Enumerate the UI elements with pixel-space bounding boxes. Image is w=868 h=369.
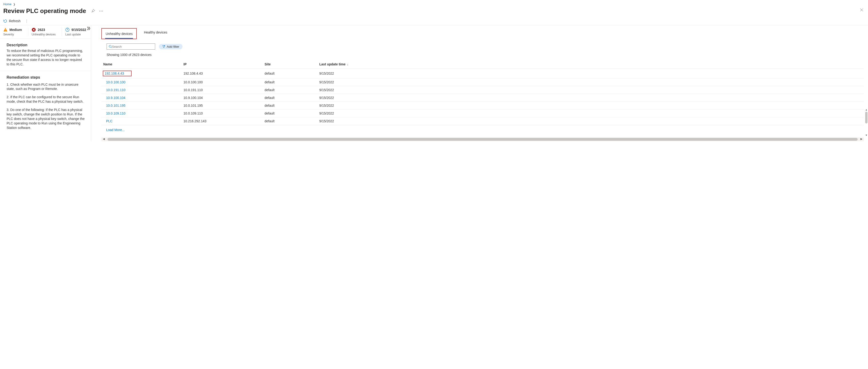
device-site: default: [263, 78, 317, 86]
device-site: default: [263, 69, 317, 78]
stats-row: ❯❯ Medium Severity 2623 Unhealthy dev: [0, 25, 91, 39]
device-name-link[interactable]: 10.0.101.195: [106, 104, 125, 107]
breadcrumb-home[interactable]: Home: [3, 2, 11, 6]
table-row[interactable]: 10.9.100.10410.9.100.104default9/15/2022: [101, 94, 864, 102]
title-row: Review PLC operating mode: [0, 7, 868, 18]
table-row[interactable]: 10.0.109.11010.0.109.110default9/15/2022: [101, 110, 864, 117]
svg-point-2: [102, 10, 103, 11]
toolbar: Refresh |: [0, 18, 868, 25]
close-icon[interactable]: [860, 8, 863, 11]
filter-icon: [162, 45, 165, 48]
device-lastupdate: 9/15/2022: [317, 117, 864, 125]
svg-point-1: [101, 10, 102, 11]
unhealthy-count: 2623: [38, 28, 45, 32]
remediation-step: 3. Do one of the following: If the PLC h…: [7, 108, 85, 130]
sort-desc-icon: ↓: [347, 63, 348, 66]
add-filter-button[interactable]: Add filter: [159, 44, 183, 49]
device-lastupdate: 9/15/2022: [317, 94, 864, 102]
content-area: Unhealthy devices Healthy devices Add fi…: [91, 25, 868, 141]
stat-lastupdate: 9/15/2022 Last update: [65, 28, 86, 36]
refresh-label: Refresh: [9, 19, 21, 23]
more-icon[interactable]: [99, 10, 103, 11]
device-name-link[interactable]: 192.108.4.43: [105, 72, 124, 75]
col-name-header[interactable]: Name: [101, 60, 182, 69]
scroll-right-icon[interactable]: ▶: [861, 137, 862, 140]
remediation-heading: Remediation steps: [7, 75, 85, 80]
device-name-link[interactable]: 10.0.109.110: [106, 111, 125, 115]
side-panel: ❯❯ Medium Severity 2623 Unhealthy dev: [0, 25, 91, 141]
severity-value: Medium: [9, 28, 22, 32]
stat-severity: Medium Severity: [3, 28, 28, 36]
lastupdate-value: 9/15/2022: [71, 28, 86, 32]
severity-label: Severity: [3, 33, 22, 36]
lastupdate-label: Last update: [65, 33, 86, 36]
table-row[interactable]: 10.0.101.19510.0.101.195default9/15/2022: [101, 102, 864, 110]
toolbar-separator: |: [26, 19, 27, 23]
vertical-scrollbar[interactable]: ▲ ▼: [865, 108, 868, 137]
device-ip: 10.0.191.110: [182, 86, 263, 94]
device-lastupdate: 9/15/2022: [317, 86, 864, 94]
clock-icon: [65, 28, 69, 32]
device-ip: 10.216.292.143: [182, 117, 263, 125]
device-site: default: [263, 102, 317, 110]
scroll-thumb[interactable]: [107, 138, 858, 141]
device-name-link[interactable]: PLC: [106, 119, 113, 123]
refresh-button[interactable]: Refresh: [3, 19, 21, 23]
device-ip: 10.0.101.195: [182, 102, 263, 110]
load-more-link[interactable]: Load More...: [106, 128, 125, 132]
expand-icon[interactable]: ❯❯: [87, 26, 89, 30]
remediation-block: Remediation steps 1. Check whether each …: [0, 71, 91, 138]
chevron-right-icon: ❯: [13, 3, 15, 6]
tab-healthy[interactable]: Healthy devices: [143, 28, 168, 39]
device-lastupdate: 9/15/2022: [317, 78, 864, 86]
error-icon: [32, 28, 36, 32]
pin-icon[interactable]: [91, 9, 95, 13]
svg-rect-4: [5, 31, 6, 31]
scroll-up-icon[interactable]: ▲: [865, 108, 868, 111]
tab-highlight-box: Unhealthy devices: [101, 28, 137, 39]
remediation-step: 1. Check whether each PLC must be in uns…: [7, 82, 85, 91]
description-text: To reduce the threat of malicious PLC pr…: [7, 49, 85, 66]
warning-icon: [3, 28, 7, 32]
page-title: Review PLC operating mode: [3, 7, 86, 15]
scroll-left-icon[interactable]: ◀: [103, 137, 105, 140]
tab-unhealthy[interactable]: Unhealthy devices: [105, 29, 133, 39]
device-ip: 10.0.100.100: [182, 78, 263, 86]
device-site: default: [263, 110, 317, 117]
table-row[interactable]: 10.0.100.10010.0.100.100default9/15/2022: [101, 78, 864, 86]
svg-point-7: [109, 45, 111, 48]
scroll-down-icon[interactable]: ▼: [865, 134, 868, 137]
table-row[interactable]: 192.108.4.43192.108.4.43default9/15/2022: [101, 69, 864, 78]
col-ip-header[interactable]: IP: [182, 60, 263, 69]
device-name-link[interactable]: 10.0.100.100: [106, 80, 125, 84]
device-name-link[interactable]: 10.9.100.104: [106, 96, 125, 100]
load-more: Load More...: [101, 125, 864, 135]
result-count: Showing 1000 of 2623 devices: [96, 53, 864, 60]
unhealthy-label: Unhealthy devices: [32, 33, 56, 36]
device-name-link[interactable]: 10.0.191.110: [106, 88, 125, 92]
search-box[interactable]: [106, 44, 155, 50]
refresh-icon: [3, 19, 7, 23]
device-lastupdate: 9/15/2022: [317, 110, 864, 117]
svg-point-0: [99, 10, 100, 11]
col-site-header[interactable]: Site: [263, 60, 317, 69]
device-ip: 10.9.100.104: [182, 94, 263, 102]
device-ip: 10.0.109.110: [182, 110, 263, 117]
device-site: default: [263, 117, 317, 125]
search-input[interactable]: [112, 45, 153, 48]
table-row[interactable]: 10.0.191.11010.0.191.110default9/15/2022: [101, 86, 864, 94]
add-filter-label: Add filter: [167, 45, 179, 48]
device-site: default: [263, 86, 317, 94]
horizontal-scrollbar[interactable]: ◀ ▶: [101, 137, 864, 141]
tabs: Unhealthy devices Healthy devices: [96, 28, 864, 39]
description-heading: Description: [7, 43, 85, 47]
search-row: Add filter: [96, 39, 864, 53]
remediation-step: 2. If the PLC can be configured to the s…: [7, 95, 85, 104]
col-update-header[interactable]: Last update time↓: [317, 60, 864, 69]
stat-unhealthy: 2623 Unhealthy devices: [32, 28, 62, 36]
vscroll-thumb[interactable]: [865, 112, 868, 123]
breadcrumb: Home ❯: [0, 0, 868, 7]
device-lastupdate: 9/15/2022: [317, 102, 864, 110]
description-block: Description To reduce the threat of mali…: [0, 39, 91, 71]
table-row[interactable]: PLC10.216.292.143default9/15/2022: [101, 117, 864, 125]
